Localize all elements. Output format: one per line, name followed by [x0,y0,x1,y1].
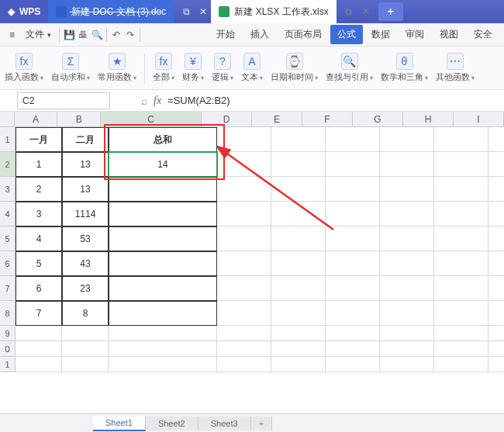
col-header-I[interactable]: I [454,112,504,126]
cell-D10[interactable] [217,341,271,357]
col-header-C[interactable]: C [101,112,202,126]
cells-area[interactable]: 一月二月总和113142133111445354362378 [16,127,504,372]
app-menu-icon[interactable]: ≡ [5,26,19,43]
cell-H2[interactable] [434,152,488,177]
cell-I1[interactable] [488,127,504,152]
cell-G4[interactable] [380,202,434,226]
cell-D4[interactable] [217,202,271,226]
cell-F10[interactable] [326,341,380,357]
cell-E11[interactable] [271,357,326,372]
cell-H4[interactable] [434,202,488,226]
cell-D6[interactable] [217,251,271,276]
header-cell-二月[interactable]: 二月 [62,127,109,152]
formula-input[interactable] [167,95,369,106]
col-header-D[interactable]: D [202,112,252,126]
tab-doc[interactable]: 新建 DOC 文档 (3).doc [48,0,174,23]
row-header-2[interactable]: 2 [0,152,16,177]
print-icon[interactable]: 🖶 [77,29,89,41]
cell-D9[interactable] [217,326,271,341]
cell-F6[interactable] [326,251,380,276]
cell-B3[interactable]: 13 [62,177,109,202]
cell-F8[interactable] [326,301,380,326]
cell-D1[interactable] [217,127,271,152]
ribbon-tab-开始[interactable]: 开始 [209,25,242,44]
cell-H1[interactable] [434,127,488,152]
sheet-tab-Sheet1[interactable]: Sheet1 [93,416,146,431]
cell-H10[interactable] [434,341,488,357]
cell-C8[interactable] [109,301,217,326]
tab-close-icon[interactable]: ✕ [195,4,211,19]
cell-E9[interactable] [271,326,326,341]
cell-G1[interactable] [380,127,434,152]
ribbon-插入函数[interactable]: fx插入函数 [5,53,43,83]
cell-C3[interactable] [109,177,217,202]
cell-C2[interactable]: 14 [109,152,217,177]
cell-H8[interactable] [434,301,488,326]
cell-H9[interactable] [434,326,488,341]
ribbon-查找与引用[interactable]: 🔍查找与引用 [326,53,373,83]
cell-D5[interactable] [217,226,271,251]
cell-H3[interactable] [434,177,488,202]
tab-xlsx[interactable]: 新建 XLSX 工作表.xlsx [211,0,336,23]
cell-A10[interactable] [16,341,62,357]
cell-C6[interactable] [109,251,217,276]
col-header-G[interactable]: G [353,112,403,126]
row-header-3[interactable]: 3 [0,177,16,202]
redo-icon[interactable]: ↷ [124,29,136,41]
preview-icon[interactable]: 🔍 [91,29,103,41]
zoom-icon[interactable]: ⌕ [141,95,147,107]
cell-E1[interactable] [271,127,326,152]
name-box[interactable]: C2 [17,92,110,109]
cell-H7[interactable] [434,276,488,301]
ribbon-日期和时间[interactable]: ⌚日期和时间 [271,53,318,83]
cell-A2[interactable]: 1 [16,152,62,177]
cell-G8[interactable] [380,301,434,326]
ribbon-逻辑[interactable]: ?逻辑 [212,53,233,83]
header-cell-一月[interactable]: 一月 [16,127,62,152]
cell-B9[interactable] [62,326,109,341]
cell-E10[interactable] [271,341,326,357]
cell-E3[interactable] [271,177,326,202]
cell-G5[interactable] [380,226,434,251]
cell-A3[interactable]: 2 [16,177,62,202]
ribbon-财务[interactable]: ¥财务 [182,53,204,83]
cell-D7[interactable] [217,276,271,301]
cell-A7[interactable]: 6 [16,276,62,301]
tab-close-icon[interactable]: ✕ [358,4,374,19]
row-header-11[interactable]: 1 [0,357,16,372]
col-header-E[interactable]: E [252,112,302,126]
sheet-tab-Sheet3[interactable]: Sheet3 [198,416,251,430]
cell-F2[interactable] [326,152,380,177]
cell-F5[interactable] [326,226,380,251]
cell-E7[interactable] [271,276,326,301]
fx-icon[interactable]: fx [154,95,161,107]
cell-H5[interactable] [434,226,488,251]
add-sheet-button[interactable]: + [251,416,272,430]
cell-G2[interactable] [380,152,434,177]
cell-D11[interactable] [217,357,271,372]
cell-I4[interactable] [488,202,504,226]
cell-E6[interactable] [271,251,326,276]
cell-B2[interactable]: 13 [62,152,109,177]
cell-H6[interactable] [434,251,488,276]
cell-F11[interactable] [326,357,380,372]
cell-A9[interactable] [16,326,62,341]
cell-H11[interactable] [434,357,488,372]
select-all-corner[interactable] [0,112,15,126]
row-header-9[interactable]: 9 [0,326,16,341]
cell-I8[interactable] [488,301,504,326]
cell-G11[interactable] [380,357,434,372]
sheet-tab-Sheet2[interactable]: Sheet2 [146,416,198,430]
tab-restore-icon[interactable]: ⧉ [178,4,194,19]
cell-C11[interactable] [109,357,217,372]
cell-I11[interactable] [488,357,504,372]
cell-F3[interactable] [326,177,380,202]
ribbon-tab-审阅[interactable]: 审阅 [399,25,431,44]
cell-B8[interactable]: 8 [62,301,109,326]
save-icon[interactable]: 💾 [63,29,75,41]
cell-I9[interactable] [488,326,504,341]
ribbon-文本[interactable]: A文本 [241,53,263,83]
col-header-A[interactable]: A [15,112,58,126]
file-menu[interactable]: 文件 [21,25,56,44]
cell-C4[interactable] [109,202,217,226]
